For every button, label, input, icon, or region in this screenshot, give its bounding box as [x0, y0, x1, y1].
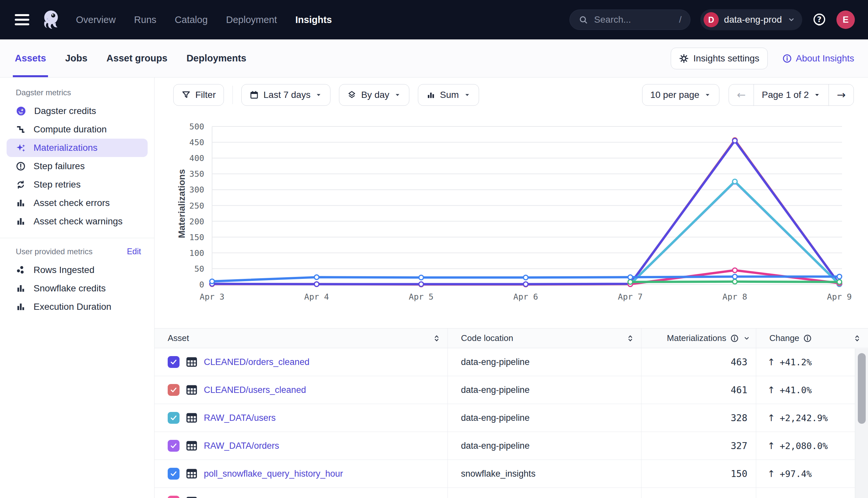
data-point[interactable]: [732, 138, 737, 143]
table-row: RAW_DATA/usersdata-eng-pipeline328↑+2,24…: [154, 404, 868, 432]
sidebar-item-label: Step retries: [34, 179, 80, 190]
sidebar-item-step-failures[interactable]: Step failures: [7, 157, 148, 175]
info-icon[interactable]: [803, 334, 812, 343]
column-header-code-location[interactable]: Code location: [448, 328, 641, 348]
sort-icon[interactable]: [853, 334, 861, 343]
nav-item-overview[interactable]: Overview: [76, 14, 116, 25]
code-location-value: data-eng-pipeline: [461, 413, 530, 423]
data-point[interactable]: [523, 275, 528, 280]
column-header-change[interactable]: Change: [756, 328, 868, 348]
column-header-asset[interactable]: Asset: [154, 328, 448, 348]
series-line-cleaned-orders-cleaned[interactable]: [212, 141, 839, 284]
materializations-value: 461: [730, 385, 747, 395]
caret-down-icon: [394, 91, 401, 99]
tab-deployments[interactable]: Deployments: [187, 39, 246, 77]
asset-table-icon: [186, 384, 198, 396]
row-checkbox[interactable]: [168, 440, 179, 452]
next-page-button[interactable]: →: [829, 84, 854, 105]
bucket-button[interactable]: By day: [339, 84, 409, 106]
row-checkbox[interactable]: [168, 384, 179, 396]
sidebar-item-snowflake-credits[interactable]: Snowflake credits: [7, 279, 148, 298]
chevron-down-icon: [787, 15, 796, 24]
column-header-materializations[interactable]: Materializations: [641, 328, 756, 348]
data-point[interactable]: [314, 275, 319, 279]
sidebar-item-compute-duration[interactable]: Compute duration: [7, 120, 148, 139]
insights-settings-button[interactable]: Insights settings: [671, 48, 768, 69]
series-line-cleaned-users-cleaned[interactable]: [212, 140, 839, 285]
org-switcher[interactable]: D data-eng-prod: [700, 9, 802, 30]
y-tick-label: 300: [189, 185, 204, 195]
nav-item-deployment[interactable]: Deployment: [226, 14, 277, 25]
asset-link[interactable]: poll_snowflake_query_history_hour: [204, 469, 343, 479]
change-cell: ↑+1,100.0%: [756, 488, 868, 498]
sidebar-item-dagster-credits[interactable]: Dagster credits: [7, 102, 148, 120]
data-point[interactable]: [837, 279, 842, 284]
nav-item-insights[interactable]: Insights: [295, 14, 332, 25]
chevron-down-icon[interactable]: [743, 335, 751, 342]
about-insights-label: About Insights: [796, 53, 854, 64]
data-point[interactable]: [210, 279, 214, 284]
data-point[interactable]: [419, 282, 423, 286]
nav-item-runs[interactable]: Runs: [134, 14, 156, 25]
row-checkbox[interactable]: [168, 412, 179, 424]
search-input[interactable]: [593, 14, 674, 25]
per-page-button[interactable]: 10 per page: [642, 84, 719, 106]
data-point[interactable]: [523, 282, 528, 286]
asset-link[interactable]: RAW_DATA/users: [204, 413, 276, 423]
asset-link[interactable]: CLEANED/locations_cleaned: [204, 497, 319, 498]
data-point[interactable]: [628, 275, 633, 279]
data-point[interactable]: [419, 275, 423, 280]
sort-icon[interactable]: [626, 334, 635, 343]
sidebar-item-asset-check-errors[interactable]: Asset check errors: [7, 194, 148, 212]
edit-metrics-link[interactable]: Edit: [127, 247, 141, 256]
dagster-logo-icon[interactable]: [38, 7, 63, 32]
hamburger-menu-icon[interactable]: [15, 14, 29, 25]
table-row: CLEANED/users_cleaneddata-eng-pipeline46…: [154, 376, 868, 404]
data-point[interactable]: [628, 279, 633, 284]
tab-jobs[interactable]: Jobs: [65, 39, 88, 77]
x-tick-label: Apr 8: [722, 292, 747, 302]
help-button[interactable]: ?: [812, 12, 827, 27]
sidebar-section-label: Dagster metrics: [16, 88, 141, 97]
filter-label: Filter: [195, 90, 216, 100]
asset-link[interactable]: CLEANED/orders_cleaned: [204, 357, 309, 367]
table-header: Asset Code location Materializations Cha…: [154, 328, 868, 348]
data-point[interactable]: [732, 179, 737, 184]
data-point[interactable]: [732, 279, 737, 284]
date-range-button[interactable]: Last 7 days: [241, 84, 330, 106]
data-point[interactable]: [837, 274, 842, 279]
sidebar-item-materializations[interactable]: Materializations: [7, 139, 148, 157]
nav-item-catalog[interactable]: Catalog: [175, 14, 208, 25]
scrollbar-thumb[interactable]: [858, 353, 866, 424]
row-checkbox[interactable]: [168, 496, 179, 498]
tab-assets[interactable]: Assets: [15, 39, 46, 77]
data-point[interactable]: [732, 274, 737, 279]
sidebar-item-label: Materializations: [34, 143, 98, 153]
data-point[interactable]: [732, 268, 737, 273]
code-location-cell: data-eng-pipeline: [448, 432, 641, 460]
user-avatar[interactable]: E: [837, 11, 855, 29]
alert-circle-icon: [16, 161, 26, 171]
asset-link[interactable]: RAW_DATA/orders: [204, 441, 279, 451]
tab-bar-actions: Insights settings About Insights: [671, 48, 854, 69]
data-point[interactable]: [314, 282, 319, 286]
sidebar-item-step-retries[interactable]: Step retries: [7, 175, 148, 194]
tab-asset-groups[interactable]: Asset groups: [106, 39, 167, 77]
about-insights-link[interactable]: About Insights: [782, 53, 854, 64]
aggregation-button[interactable]: Sum: [418, 84, 479, 106]
table-scrollbar[interactable]: [855, 349, 868, 498]
info-icon[interactable]: [730, 334, 739, 343]
sort-icon[interactable]: [432, 334, 441, 343]
sidebar-item-execution-duration[interactable]: Execution Duration: [7, 298, 148, 316]
prev-page-button[interactable]: ←: [729, 84, 754, 105]
row-checkbox[interactable]: [168, 468, 179, 480]
row-checkbox[interactable]: [168, 356, 179, 368]
search-box[interactable]: /: [570, 10, 690, 30]
sidebar-item-asset-check-warnings[interactable]: Asset check warnings: [7, 212, 148, 231]
page-select[interactable]: Page 1 of 2: [754, 84, 829, 105]
chart-toolbar: Filter Last 7 days By day Sum: [173, 84, 479, 106]
caret-down-icon: [704, 91, 711, 99]
filter-button[interactable]: Filter: [173, 84, 224, 106]
sidebar-item-rows-ingested[interactable]: Rows Ingested: [7, 261, 148, 279]
asset-link[interactable]: CLEANED/users_cleaned: [204, 385, 306, 395]
